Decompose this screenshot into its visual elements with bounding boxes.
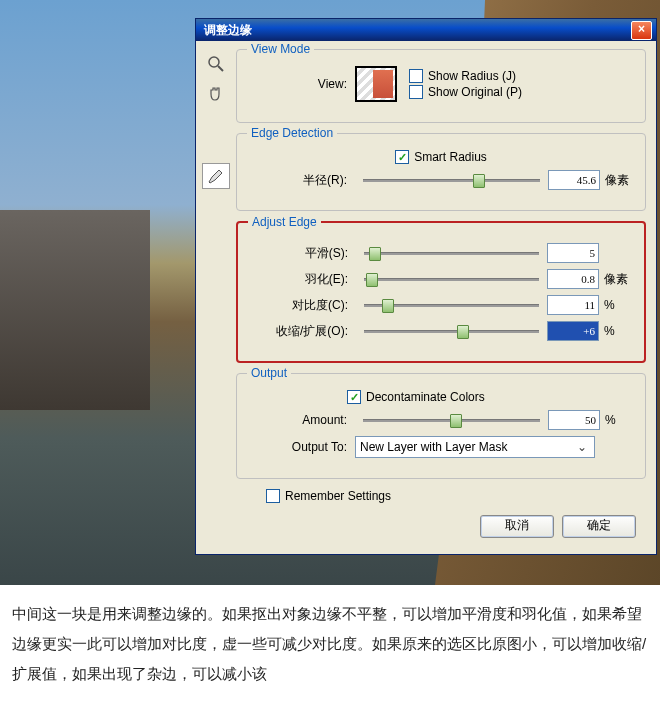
feather-unit: 像素 <box>599 271 634 288</box>
view-mode-section: View Mode View: Show Radius (J) Show Ori… <box>236 49 646 123</box>
svg-line-1 <box>218 66 223 71</box>
tool-column <box>202 51 232 193</box>
feather-slider[interactable] <box>364 270 539 288</box>
view-mode-legend: View Mode <box>247 42 314 56</box>
decontaminate-label: Decontaminate Colors <box>366 390 485 404</box>
radius-unit: 像素 <box>600 172 635 189</box>
smart-radius-checkbox[interactable] <box>395 150 409 164</box>
smooth-slider[interactable] <box>364 244 539 262</box>
output-to-value: New Layer with Layer Mask <box>360 440 507 454</box>
contrast-slider[interactable] <box>364 296 539 314</box>
adjust-edge-legend: Adjust Edge <box>248 215 321 229</box>
view-thumbnail[interactable] <box>355 66 397 102</box>
background-image: ↖ 调整边缘 × View Mode View: Show Radius (J)… <box>0 0 660 585</box>
remember-checkbox[interactable] <box>266 489 280 503</box>
ok-button[interactable]: 确定 <box>562 515 636 538</box>
refine-brush-tool[interactable] <box>202 163 230 189</box>
output-legend: Output <box>247 366 291 380</box>
amount-input[interactable]: 50 <box>548 410 600 430</box>
svg-point-0 <box>209 57 219 67</box>
show-original-checkbox[interactable] <box>409 85 423 99</box>
radius-label: 半径(R): <box>247 172 355 189</box>
contrast-input[interactable]: 11 <box>547 295 599 315</box>
hand-tool[interactable] <box>202 81 230 107</box>
adjust-edge-section: Adjust Edge 平滑(S): 5 羽化(E): 0.8 像素 对比度(C… <box>236 221 646 363</box>
remember-label: Remember Settings <box>285 489 391 503</box>
cancel-button[interactable]: 取消 <box>480 515 554 538</box>
edge-detection-legend: Edge Detection <box>247 126 337 140</box>
zoom-tool[interactable] <box>202 51 230 77</box>
feather-label: 羽化(E): <box>248 271 356 288</box>
dialog-title: 调整边缘 <box>200 22 252 39</box>
refine-edge-dialog: 调整边缘 × View Mode View: Show Radius (J) S… <box>195 18 657 555</box>
show-radius-label: Show Radius (J) <box>428 69 516 83</box>
shift-slider[interactable] <box>364 322 539 340</box>
show-original-label: Show Original (P) <box>428 85 522 99</box>
view-label: View: <box>247 77 355 91</box>
amount-unit: % <box>600 413 635 427</box>
chevron-down-icon: ⌄ <box>574 440 590 454</box>
decontaminate-checkbox[interactable] <box>347 390 361 404</box>
titlebar[interactable]: 调整边缘 × <box>196 19 656 41</box>
amount-label: Amount: <box>247 413 355 427</box>
output-to-label: Output To: <box>247 440 355 454</box>
shift-unit: % <box>599 324 634 338</box>
show-radius-checkbox[interactable] <box>409 69 423 83</box>
smooth-label: 平滑(S): <box>248 245 356 262</box>
description-text: 中间这一块是用来调整边缘的。如果抠出对象边缘不平整，可以增加平滑度和羽化值，如果… <box>0 585 660 689</box>
contrast-label: 对比度(C): <box>248 297 356 314</box>
edge-detection-section: Edge Detection Smart Radius 半径(R): 45.6 … <box>236 133 646 211</box>
radius-input[interactable]: 45.6 <box>548 170 600 190</box>
contrast-unit: % <box>599 298 634 312</box>
shift-input[interactable]: +6 <box>547 321 599 341</box>
smooth-input[interactable]: 5 <box>547 243 599 263</box>
output-to-select[interactable]: New Layer with Layer Mask ⌄ <box>355 436 595 458</box>
shift-label: 收缩/扩展(O): <box>248 323 356 340</box>
output-section: Output Decontaminate Colors Amount: 50 %… <box>236 373 646 479</box>
feather-input[interactable]: 0.8 <box>547 269 599 289</box>
smart-radius-label: Smart Radius <box>414 150 487 164</box>
amount-slider[interactable] <box>363 411 540 429</box>
close-button[interactable]: × <box>631 21 652 40</box>
radius-slider[interactable] <box>363 171 540 189</box>
